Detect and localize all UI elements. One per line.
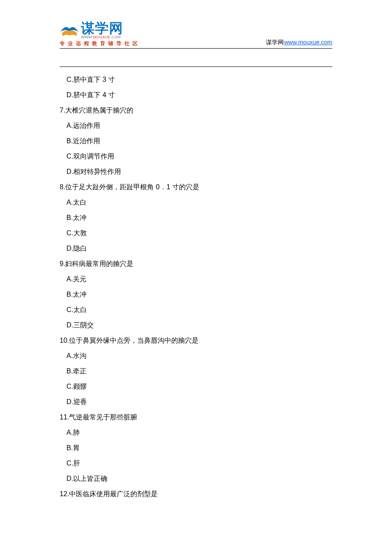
answer-option: A.肺 [60, 425, 332, 440]
answer-option: C.太白 [60, 302, 332, 318]
question-text: 9.妇科病最常用的腧穴是 [60, 256, 332, 272]
answer-option: B.太冲 [60, 287, 332, 302]
answer-option: D.相对特异性作用 [60, 164, 332, 179]
page-header: 谋学网 WWW.MOUXUE.COM 专业远程教育辅导社区 谋学网www.mou… [60, 21, 332, 49]
answer-option: D.隐白 [60, 241, 332, 256]
header-right: 谋学网www.mouxue.com [266, 39, 332, 47]
logo-url: WWW.MOUXUE.COM [81, 35, 123, 39]
logo-url-prefix: WWW. [81, 35, 93, 39]
page: 谋学网 WWW.MOUXUE.COM 专业远程教育辅导社区 谋学网www.mou… [0, 0, 392, 555]
answer-option: B.牵正 [60, 364, 332, 379]
exam-content: C.脐中直下 3 寸D.脐中直下 4 寸7.大椎穴退热属于腧穴的A.远治作用B.… [60, 72, 332, 502]
logo-tagline: 专业远程教育辅导社区 [60, 40, 141, 47]
logo-url-hot: MOUXUE [93, 35, 110, 39]
logo-url-suffix: .COM [110, 35, 121, 39]
question-text: 7.大椎穴退热属于腧穴的 [60, 103, 332, 118]
header-site-name: 谋学网 [266, 39, 284, 46]
logo-title: 谋学网 [81, 21, 123, 35]
header-site-link[interactable]: www.mouxue.com [284, 39, 332, 46]
answer-option: A.水沟 [60, 348, 332, 364]
question-text: 11.气逆最常见于那些脏腑 [60, 410, 332, 425]
answer-option: C.颧髎 [60, 379, 332, 394]
logo-row: 谋学网 WWW.MOUXUE.COM [60, 21, 141, 39]
answer-option: C.双向调节作用 [60, 149, 332, 164]
answer-option: D.迎香 [60, 394, 332, 410]
answer-option: D.以上皆正确 [60, 471, 332, 486]
logo-text: 谋学网 WWW.MOUXUE.COM [81, 21, 123, 39]
content-divider [60, 66, 332, 67]
answer-option: C.脐中直下 3 寸 [60, 72, 332, 87]
answer-option: D.三阴交 [60, 318, 332, 333]
question-text: 8.位于足大趾外侧，距趾甲根角 0．1 寸的穴是 [60, 179, 332, 195]
question-text: 10.位于鼻翼外缘中点旁，当鼻唇沟中的腧穴是 [60, 333, 332, 348]
answer-option: A.太白 [60, 195, 332, 210]
answer-option: B.近治作用 [60, 133, 332, 149]
answer-option: B.胃 [60, 440, 332, 456]
answer-option: A.关元 [60, 272, 332, 287]
logo-block: 谋学网 WWW.MOUXUE.COM 专业远程教育辅导社区 [60, 21, 141, 47]
answer-option: B.太冲 [60, 210, 332, 225]
answer-option: C.大敦 [60, 225, 332, 241]
answer-option: A.远治作用 [60, 118, 332, 133]
book-wings-icon [60, 22, 79, 39]
answer-option: D.脐中直下 4 寸 [60, 87, 332, 103]
answer-option: C.肝 [60, 456, 332, 471]
question-text: 12.中医临床使用最广泛的剂型是 [60, 486, 332, 502]
